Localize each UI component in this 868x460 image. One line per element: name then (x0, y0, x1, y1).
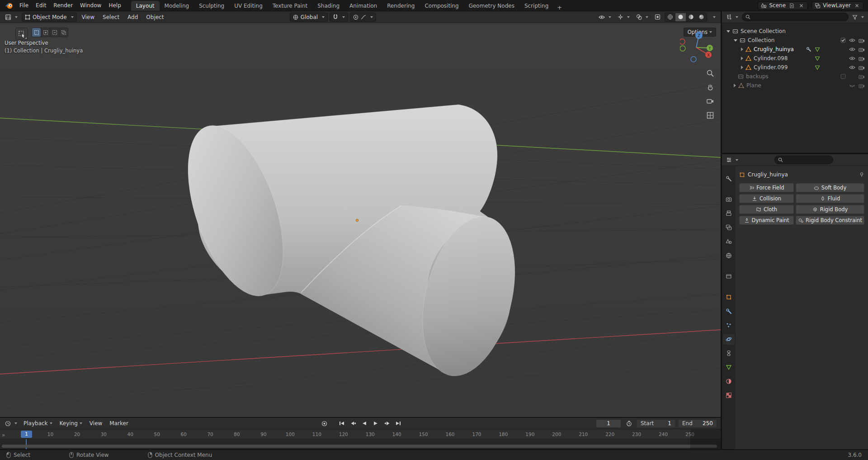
select-mode-set-button[interactable] (32, 28, 41, 37)
outliner-item-cylinder-098[interactable]: Cylinder.098 (722, 54, 868, 63)
workspace-tab-sculpting[interactable]: Sculpting (194, 1, 229, 11)
previous-keyframe-button[interactable] (348, 419, 358, 428)
hide-in-viewport-toggle[interactable] (849, 56, 855, 61)
workspace-tab-modeling[interactable]: Modeling (160, 1, 194, 11)
outliner-filter-button[interactable] (851, 13, 865, 22)
workspace-tab-layout[interactable]: Layout (131, 1, 160, 11)
hide-in-viewport-toggle[interactable] (849, 38, 855, 43)
disclosure-closed-icon[interactable] (734, 84, 736, 87)
hide-in-viewport-toggle[interactable] (849, 47, 855, 52)
properties-editor-type-button[interactable] (725, 156, 740, 165)
proportional-editing-control[interactable] (350, 13, 376, 22)
timeline-track[interactable] (0, 439, 721, 449)
viewport-menu-view[interactable]: View (79, 13, 98, 22)
object-visibility-dropdown[interactable] (596, 13, 613, 22)
add-workspace-button[interactable]: + (553, 4, 566, 11)
camera-view-icon[interactable] (706, 97, 714, 105)
unlink-scene-button[interactable] (797, 2, 805, 9)
workspace-tab-uv-editing[interactable]: UV Editing (229, 1, 268, 11)
timeline-menu-playback[interactable]: Playback (20, 419, 56, 428)
select-mode-intersect-button[interactable] (59, 28, 68, 37)
disclosure-closed-icon[interactable] (741, 57, 743, 60)
workspace-tab-geometry-nodes[interactable]: Geometry Nodes (464, 1, 519, 11)
disable-in-renders-toggle[interactable] (859, 83, 865, 88)
gizmos-dropdown[interactable] (615, 13, 632, 22)
viewport-menu-add[interactable]: Add (124, 13, 141, 22)
disable-in-renders-toggle[interactable] (859, 38, 865, 43)
menu-window[interactable]: Window (76, 0, 105, 11)
disclosure-closed-icon[interactable] (741, 47, 743, 51)
workspace-tab-texture-paint[interactable]: Texture Paint (268, 1, 312, 11)
tab-view-layer[interactable] (723, 222, 735, 233)
active-tool-select-box-button[interactable] (15, 28, 28, 40)
outliner-editor-type-button[interactable] (725, 13, 740, 22)
disclosure-open-icon[interactable] (726, 30, 730, 33)
outliner-item-crugliy-huinya[interactable]: Crugliy_huinya (722, 45, 868, 54)
fluid-button[interactable]: Fluid (796, 194, 864, 203)
viewport-3d[interactable]: Object Mode View Select Add Object Globa… (0, 11, 721, 417)
playhead-frame-label[interactable]: 1 (21, 431, 32, 438)
hide-in-viewport-toggle[interactable] (849, 65, 855, 70)
current-frame-field[interactable]: 1 (596, 419, 621, 428)
scene-selector[interactable]: Scene (758, 1, 808, 10)
toggle-xray-button[interactable] (652, 13, 663, 22)
outliner-search[interactable] (742, 13, 849, 21)
collision-button[interactable]: Collision (739, 194, 794, 203)
tab-render[interactable] (723, 194, 735, 205)
menu-edit[interactable]: Edit (32, 0, 50, 11)
workspace-tab-rendering[interactable]: Rendering (382, 1, 420, 11)
outliner-item-plane[interactable]: Plane (722, 81, 868, 90)
timeline-menu-view[interactable]: View (86, 419, 105, 428)
viewport-menu-object[interactable]: Object (143, 13, 167, 22)
outliner-item-scene-collection[interactable]: Scene Collection (722, 27, 868, 36)
menu-help[interactable]: Help (105, 0, 124, 11)
remove-view-layer-button[interactable] (853, 2, 860, 9)
viewport-menu-select[interactable]: Select (99, 13, 123, 22)
hide-in-viewport-toggle[interactable] (849, 83, 855, 88)
view-layer-selector[interactable]: ViewLayer (811, 1, 863, 10)
pan-hand-icon[interactable] (706, 83, 714, 91)
pin-icon[interactable] (859, 172, 864, 177)
workspace-tab-shading[interactable]: Shading (312, 1, 344, 11)
workspace-tab-animation[interactable]: Animation (344, 1, 382, 11)
toggle-orthographic-icon[interactable] (706, 111, 714, 119)
shading-solid-button[interactable] (675, 13, 686, 21)
tab-texture[interactable] (723, 390, 735, 401)
shading-rendered-button[interactable] (696, 13, 707, 21)
overlays-dropdown[interactable] (634, 13, 651, 22)
tab-object[interactable] (723, 292, 735, 303)
timeline-editor-type-button[interactable] (3, 419, 19, 428)
timeline-menu-keying[interactable]: Keying (57, 419, 85, 428)
frame-end-field[interactable]: End 250 (678, 419, 717, 428)
collection-checkbox[interactable] (840, 74, 846, 79)
use-preview-range-button[interactable] (624, 419, 634, 428)
menu-render[interactable]: Render (50, 0, 76, 11)
disable-in-renders-toggle[interactable] (859, 65, 865, 70)
tab-modifiers[interactable] (723, 306, 735, 317)
tab-collection[interactable] (723, 271, 735, 282)
jump-to-end-button[interactable] (393, 419, 403, 428)
menu-file[interactable]: File (16, 0, 32, 11)
timeline-menu-marker[interactable]: Marker (106, 419, 131, 428)
auto-keying-record-button[interactable] (319, 419, 329, 428)
play-reverse-button[interactable] (359, 419, 369, 428)
tab-physics[interactable] (723, 334, 735, 345)
force-field-button[interactable]: Force Field (739, 183, 794, 192)
frame-start-field[interactable]: Start 1 (637, 419, 675, 428)
play-button[interactable] (371, 419, 381, 428)
disable-in-renders-toggle[interactable] (859, 56, 865, 61)
shading-material-button[interactable] (686, 13, 696, 21)
snap-control[interactable] (330, 13, 348, 22)
tab-output[interactable] (723, 208, 735, 219)
editor-type-button[interactable] (3, 13, 20, 22)
tab-world[interactable] (723, 250, 735, 261)
disable-in-renders-toggle[interactable] (859, 74, 865, 79)
properties-search[interactable] (774, 156, 833, 164)
tab-scene[interactable] (723, 236, 735, 247)
rigid-body-constraint-button[interactable]: Rigid Body Constraint (796, 216, 864, 225)
tab-constraints[interactable] (723, 348, 735, 359)
tab-material[interactable] (723, 376, 735, 387)
cloth-button[interactable]: Cloth (739, 205, 794, 214)
tab-object-data[interactable] (723, 362, 735, 373)
tab-tool[interactable] (723, 173, 735, 184)
